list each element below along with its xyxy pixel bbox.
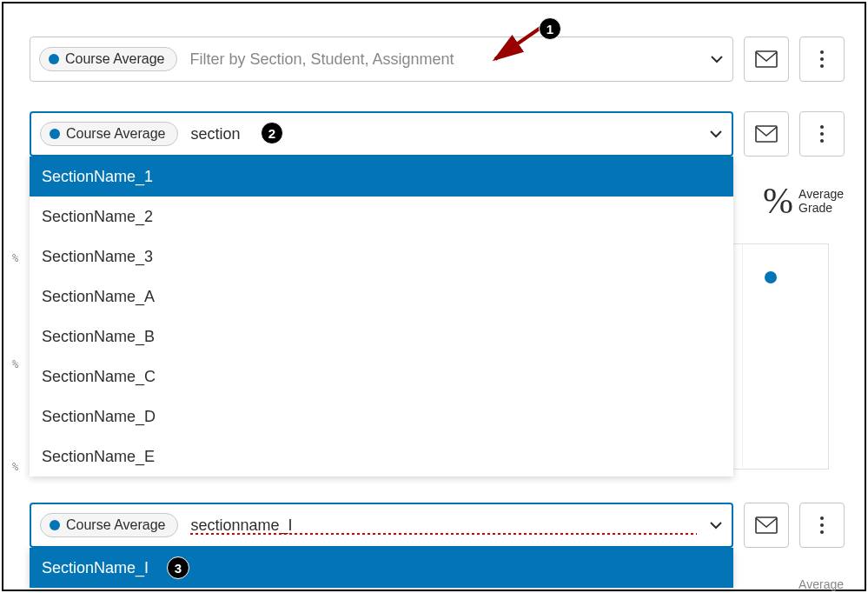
avg-label-small-text: Average — [798, 577, 844, 591]
pill-dot-icon — [49, 54, 59, 64]
svg-rect-0 — [756, 51, 777, 67]
axis-tick: % — [12, 461, 18, 473]
annotation-badge-2: 2 — [261, 122, 283, 144]
pill-dot-icon — [50, 520, 60, 530]
section-dropdown-1[interactable]: SectionName_1SectionName_2SectionName_3S… — [30, 157, 733, 476]
filter-row-1: Course Average Filter by Section, Studen… — [30, 37, 845, 82]
percent-symbol: % — [763, 183, 793, 219]
pill-label: Course Average — [65, 51, 164, 67]
dropdown-option[interactable]: SectionName_I — [30, 548, 733, 588]
data-point — [765, 271, 777, 283]
average-label-small: Average — [798, 577, 844, 591]
pill-label: Course Average — [66, 517, 165, 533]
message-button[interactable] — [744, 37, 789, 82]
dropdown-option[interactable]: SectionName_E — [30, 436, 733, 476]
course-average-pill[interactable]: Course Average — [40, 513, 178, 537]
filter-typed-text: sectionname_I — [190, 516, 697, 535]
course-average-pill[interactable]: Course Average — [39, 47, 177, 71]
message-button[interactable] — [744, 111, 789, 157]
filter-row-2: Course Average section — [30, 111, 845, 157]
axis-tick: % — [12, 252, 18, 264]
chart-gridline — [742, 245, 743, 468]
section-dropdown-2[interactable]: SectionName_I — [30, 548, 733, 588]
filter-input-1[interactable]: Course Average Filter by Section, Studen… — [30, 37, 733, 82]
dropdown-option[interactable]: SectionName_D — [30, 396, 733, 436]
svg-rect-2 — [756, 517, 777, 533]
more-options-button[interactable] — [799, 37, 845, 82]
pill-dot-icon — [50, 129, 60, 139]
filter-row-3: Course Average sectionname_I — [30, 503, 845, 548]
more-options-button[interactable] — [799, 111, 845, 157]
filter-placeholder: Filter by Section, Student, Assignment — [186, 50, 701, 69]
filter-input-2[interactable]: Course Average section — [30, 111, 733, 157]
dropdown-option[interactable]: SectionName_1 — [30, 157, 733, 197]
kebab-icon — [820, 516, 824, 534]
dropdown-option[interactable]: SectionName_3 — [30, 237, 733, 277]
annotation-badge-3: 3 — [167, 556, 189, 579]
chevron-down-icon[interactable] — [709, 127, 723, 141]
kebab-icon — [820, 50, 824, 68]
annotation-badge-1: 1 — [539, 17, 561, 40]
axis-tick: % — [12, 358, 18, 370]
spellcheck-underline — [190, 533, 697, 535]
dropdown-option[interactable]: SectionName_B — [30, 316, 733, 356]
more-options-button[interactable] — [799, 503, 845, 548]
pill-label: Course Average — [66, 126, 165, 142]
dropdown-option[interactable]: SectionName_2 — [30, 197, 733, 237]
chevron-down-icon[interactable] — [710, 52, 724, 66]
avg-label-bottom: Grade — [798, 201, 844, 215]
message-button[interactable] — [744, 503, 789, 548]
average-grade-label: % Average Grade — [763, 183, 844, 219]
dropdown-option[interactable]: SectionName_C — [30, 356, 733, 396]
svg-rect-1 — [756, 126, 777, 142]
course-average-pill[interactable]: Course Average — [40, 122, 178, 146]
avg-label-top: Average — [798, 187, 844, 201]
dropdown-option[interactable]: SectionName_A — [30, 277, 733, 316]
filter-input-3[interactable]: Course Average sectionname_I — [30, 503, 733, 548]
chevron-down-icon[interactable] — [709, 518, 723, 532]
kebab-icon — [820, 125, 824, 143]
